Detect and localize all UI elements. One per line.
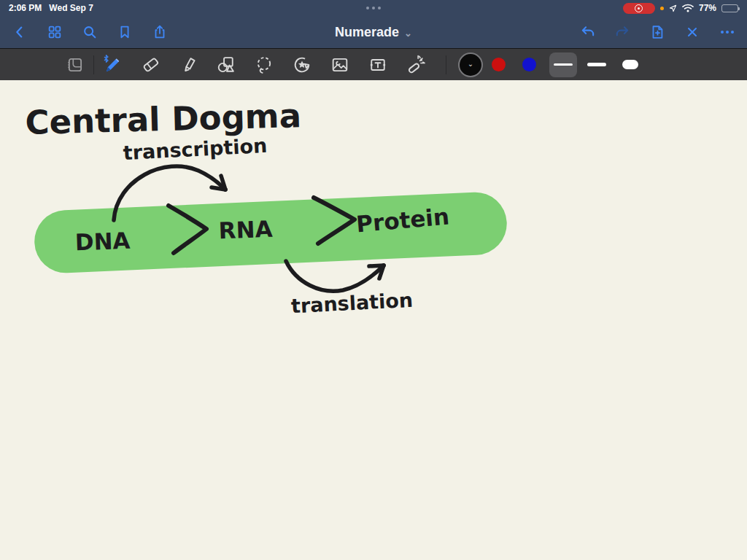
drawing-toolbar: ⌄ bbox=[0, 48, 747, 80]
status-date: Wed Sep 7 bbox=[49, 3, 93, 13]
title-chevron-down-icon: ⌄ bbox=[404, 28, 412, 39]
text-tool-button[interactable] bbox=[367, 54, 389, 76]
bookmark-button[interactable] bbox=[112, 20, 137, 44]
pen-tool-button[interactable] bbox=[101, 54, 123, 76]
undo-button[interactable] bbox=[575, 20, 600, 44]
more-button[interactable] bbox=[715, 20, 740, 44]
color-swatch-red[interactable] bbox=[492, 58, 506, 71]
nav-left-group bbox=[7, 20, 172, 44]
share-icon bbox=[152, 24, 168, 40]
battery-percent: 77% bbox=[699, 3, 716, 13]
lasso-tool-button[interactable] bbox=[253, 54, 275, 76]
note-title-dropdown[interactable]: Numerade ⌄ bbox=[335, 25, 412, 40]
privacy-indicator-icon bbox=[660, 7, 664, 10]
highlighter-icon bbox=[179, 55, 198, 74]
wifi-icon bbox=[682, 4, 694, 12]
add-page-icon bbox=[649, 24, 665, 40]
nav-bar: Numerade ⌄ bbox=[0, 16, 747, 48]
text-icon bbox=[368, 55, 388, 75]
translation-arrow bbox=[286, 261, 384, 291]
stroke-width-thick-button[interactable] bbox=[616, 52, 644, 77]
back-chevron-icon bbox=[12, 24, 28, 40]
battery-icon bbox=[721, 4, 738, 12]
status-bar: 2:06 PM Wed Sep 7 77% bbox=[0, 0, 747, 16]
highlighter-tool-button[interactable] bbox=[177, 54, 199, 76]
close-icon bbox=[685, 25, 700, 39]
node-rna: RNA bbox=[218, 216, 273, 244]
color-swatch-black[interactable]: ⌄ bbox=[458, 52, 483, 77]
thin-line-icon bbox=[554, 63, 573, 66]
pages-panel-button[interactable] bbox=[64, 54, 86, 76]
undo-icon bbox=[579, 24, 596, 41]
toolbar-separator bbox=[446, 55, 446, 74]
thick-line-icon bbox=[622, 60, 638, 69]
image-tool-button[interactable] bbox=[329, 54, 351, 76]
back-button[interactable] bbox=[7, 20, 32, 44]
location-icon bbox=[669, 4, 677, 12]
redo-button[interactable] bbox=[610, 20, 635, 44]
nav-right-group bbox=[575, 20, 740, 44]
note-title: Numerade bbox=[335, 25, 399, 40]
handwritten-drawing: Central Dogma transcription DNA RNA Prot… bbox=[0, 80, 747, 560]
shapes-tool-button[interactable] bbox=[215, 54, 237, 76]
image-icon bbox=[330, 55, 350, 75]
eraser-tool-button[interactable] bbox=[139, 54, 161, 76]
share-button[interactable] bbox=[147, 20, 172, 44]
lasso-icon bbox=[254, 55, 274, 75]
swatch-chevron-down-icon: ⌄ bbox=[468, 61, 473, 68]
note-canvas[interactable]: Central Dogma transcription DNA RNA Prot… bbox=[0, 80, 747, 560]
grid-icon bbox=[47, 24, 63, 40]
sticker-star-icon bbox=[292, 55, 312, 75]
color-swatch-blue[interactable] bbox=[522, 58, 536, 71]
node-dna: DNA bbox=[74, 228, 131, 256]
search-button[interactable] bbox=[77, 20, 102, 44]
medium-line-icon bbox=[587, 63, 606, 66]
toolbar-separator bbox=[93, 55, 94, 74]
laser-pointer-tool-button[interactable] bbox=[405, 54, 427, 76]
add-page-button[interactable] bbox=[645, 20, 670, 44]
redo-icon bbox=[614, 24, 631, 41]
page-grid-button[interactable] bbox=[42, 20, 67, 44]
laser-pointer-icon bbox=[405, 54, 427, 76]
stroke-width-medium-button[interactable] bbox=[583, 52, 611, 77]
close-button[interactable] bbox=[680, 20, 705, 44]
search-icon bbox=[82, 24, 98, 40]
shapes-icon bbox=[216, 55, 236, 75]
screen-recording-indicator-icon[interactable] bbox=[623, 3, 655, 14]
eraser-icon bbox=[141, 55, 160, 74]
more-icon bbox=[719, 23, 736, 41]
bluetooth-icon bbox=[103, 55, 109, 63]
translation-label: translation bbox=[290, 289, 414, 318]
status-left: 2:06 PM Wed Sep 7 bbox=[9, 3, 93, 13]
sticker-tool-button[interactable] bbox=[291, 54, 313, 76]
bookmark-icon bbox=[117, 24, 133, 40]
record-glyph-icon bbox=[635, 4, 643, 12]
ipad-screen: 2:06 PM Wed Sep 7 77% bbox=[0, 0, 747, 560]
status-right: 77% bbox=[623, 3, 738, 14]
multitask-handle-icon bbox=[366, 0, 381, 16]
clock: 2:06 PM bbox=[9, 3, 42, 13]
stroke-width-thin-button[interactable] bbox=[549, 52, 577, 77]
pages-panel-icon bbox=[66, 55, 85, 74]
